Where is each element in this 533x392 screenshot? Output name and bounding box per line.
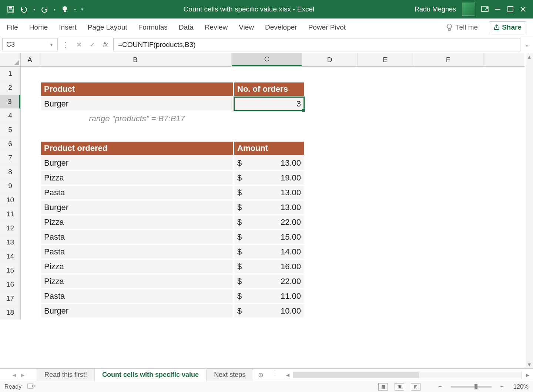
- column-header-B[interactable]: B: [39, 53, 232, 66]
- ribbon-tab-insert[interactable]: Insert: [59, 23, 77, 31]
- save-icon[interactable]: [7, 5, 15, 13]
- row-header-4[interactable]: 4: [0, 109, 20, 123]
- ribbon-tab-page-layout[interactable]: Page Layout: [88, 23, 127, 31]
- ribbon-tab-file[interactable]: File: [7, 23, 18, 31]
- undo-icon[interactable]: [20, 5, 28, 13]
- page-layout-view-icon[interactable]: ▣: [395, 383, 404, 391]
- sheet-tab-next-steps[interactable]: Next steps: [207, 369, 253, 381]
- cell-c10[interactable]: $13.00: [234, 200, 304, 214]
- share-button[interactable]: Share: [489, 21, 526, 33]
- user-name[interactable]: Radu Meghes: [415, 6, 456, 13]
- page-break-view-icon[interactable]: ⊞: [411, 383, 420, 391]
- sheet-tab-read-this-first-[interactable]: Read this first!: [37, 369, 95, 381]
- header-product[interactable]: Product: [41, 82, 233, 96]
- cell-b14[interactable]: Pizza: [41, 260, 233, 274]
- expand-formula-bar-icon[interactable]: ⌄: [523, 41, 531, 48]
- row-header-18[interactable]: 18: [0, 305, 20, 320]
- row-header-11[interactable]: 11: [0, 207, 20, 221]
- cell-b3[interactable]: Burger: [41, 97, 233, 111]
- cell-c16[interactable]: $11.00: [234, 289, 304, 303]
- undo-dropdown-icon[interactable]: ▾: [33, 7, 35, 11]
- sheet-tab-count-cells-with-specific-value[interactable]: Count cells with specific value: [95, 369, 207, 381]
- cells-area[interactable]: ProductNo. of ordersBurger3range "produc…: [21, 67, 525, 368]
- cell-b7[interactable]: Burger: [41, 156, 233, 170]
- cell-b15[interactable]: Pizza: [41, 274, 233, 288]
- column-header-A[interactable]: A: [21, 53, 39, 66]
- lightbulb-dropdown-icon[interactable]: ▾: [74, 7, 76, 11]
- row-header-13[interactable]: 13: [0, 235, 20, 249]
- cell-c15[interactable]: $22.00: [234, 274, 304, 288]
- ribbon-tab-review[interactable]: Review: [205, 23, 228, 31]
- row-header-7[interactable]: 7: [0, 151, 20, 165]
- row-header-6[interactable]: 6: [0, 137, 20, 151]
- cell-c8[interactable]: $19.00: [234, 171, 304, 185]
- row-header-9[interactable]: 9: [0, 179, 20, 193]
- hscroll-left-icon[interactable]: ◂: [284, 371, 291, 379]
- redo-icon[interactable]: [40, 5, 48, 13]
- spreadsheet-grid[interactable]: ABCDEF 123456789101112131415161718 Produ…: [0, 53, 525, 368]
- cell-c12[interactable]: $15.00: [234, 230, 304, 244]
- ribbon-tab-home[interactable]: Home: [29, 23, 48, 31]
- cell-b17[interactable]: Burger: [41, 304, 233, 318]
- zoom-out-icon[interactable]: −: [438, 383, 442, 390]
- row-header-15[interactable]: 15: [0, 263, 20, 277]
- close-icon[interactable]: [520, 6, 526, 13]
- cell-c17[interactable]: $10.00: [234, 304, 304, 318]
- row-header-5[interactable]: 5: [0, 123, 20, 137]
- hscroll-track[interactable]: [293, 372, 522, 378]
- cell-b9[interactable]: Pasta: [41, 186, 233, 200]
- row-header-3[interactable]: 3: [0, 95, 20, 109]
- cell-c3-selected[interactable]: 3: [234, 97, 304, 111]
- qat-customize-icon[interactable]: ▾: [81, 7, 83, 12]
- hscroll-thumb[interactable]: [294, 372, 419, 378]
- horizontal-scrollbar[interactable]: ◂ ▸: [282, 369, 533, 381]
- range-note[interactable]: range "products" = B7:B17: [41, 112, 233, 126]
- cancel-formula-icon[interactable]: ✕: [73, 41, 84, 49]
- cell-b10[interactable]: Burger: [41, 200, 233, 214]
- column-header-D[interactable]: D: [302, 53, 358, 66]
- cell-b12[interactable]: Pasta: [41, 230, 233, 244]
- row-header-16[interactable]: 16: [0, 277, 20, 291]
- select-all-corner[interactable]: [0, 53, 21, 67]
- cell-b8[interactable]: Pizza: [41, 171, 233, 185]
- header-amount[interactable]: Amount: [234, 141, 304, 155]
- vertical-scrollbar[interactable]: ▴ ▾: [525, 53, 533, 368]
- ribbon-tab-power-pivot[interactable]: Power Pivot: [308, 23, 346, 31]
- cell-b16[interactable]: Pasta: [41, 289, 233, 303]
- sheet-nav-next-icon[interactable]: ▸: [21, 371, 24, 379]
- scroll-up-icon[interactable]: ▴: [528, 53, 531, 61]
- zoom-slider[interactable]: [451, 386, 492, 388]
- cell-c14[interactable]: $16.00: [234, 260, 304, 274]
- scroll-down-icon[interactable]: ▾: [528, 361, 531, 368]
- zoom-slider-thumb[interactable]: [475, 384, 477, 389]
- zoom-level[interactable]: 120%: [513, 383, 529, 390]
- header-product-ordered[interactable]: Product ordered: [41, 141, 233, 155]
- column-header-C[interactable]: C: [232, 53, 302, 66]
- tell-me-button[interactable]: Tell me: [446, 23, 478, 31]
- cell-c7[interactable]: $13.00: [234, 156, 304, 170]
- ribbon-tab-formulas[interactable]: Formulas: [138, 23, 168, 31]
- formula-input[interactable]: =COUNTIF(products,B3): [113, 38, 520, 51]
- maximize-icon[interactable]: [507, 6, 514, 13]
- column-header-E[interactable]: E: [358, 53, 413, 66]
- cell-b13[interactable]: Pasta: [41, 245, 233, 259]
- name-box[interactable]: C3 ▼: [2, 38, 58, 51]
- zoom-in-icon[interactable]: +: [500, 383, 504, 390]
- macro-record-icon[interactable]: [27, 383, 35, 391]
- name-box-dropdown-icon[interactable]: ▼: [49, 42, 54, 47]
- ribbon-tab-data[interactable]: Data: [179, 23, 194, 31]
- enter-formula-icon[interactable]: ✓: [87, 41, 98, 49]
- row-header-17[interactable]: 17: [0, 291, 20, 305]
- row-header-2[interactable]: 2: [0, 81, 20, 95]
- hscroll-right-icon[interactable]: ▸: [524, 371, 531, 379]
- minimize-icon[interactable]: [495, 6, 501, 13]
- new-sheet-button[interactable]: ⊕: [253, 369, 268, 381]
- row-header-10[interactable]: 10: [0, 193, 20, 207]
- row-header-12[interactable]: 12: [0, 221, 20, 235]
- cell-c9[interactable]: $13.00: [234, 186, 304, 200]
- header-orders[interactable]: No. of orders: [234, 82, 304, 96]
- ribbon-tab-developer[interactable]: Developer: [265, 23, 297, 31]
- row-header-14[interactable]: 14: [0, 249, 20, 263]
- row-header-8[interactable]: 8: [0, 165, 20, 179]
- redo-dropdown-icon[interactable]: ▾: [54, 7, 56, 11]
